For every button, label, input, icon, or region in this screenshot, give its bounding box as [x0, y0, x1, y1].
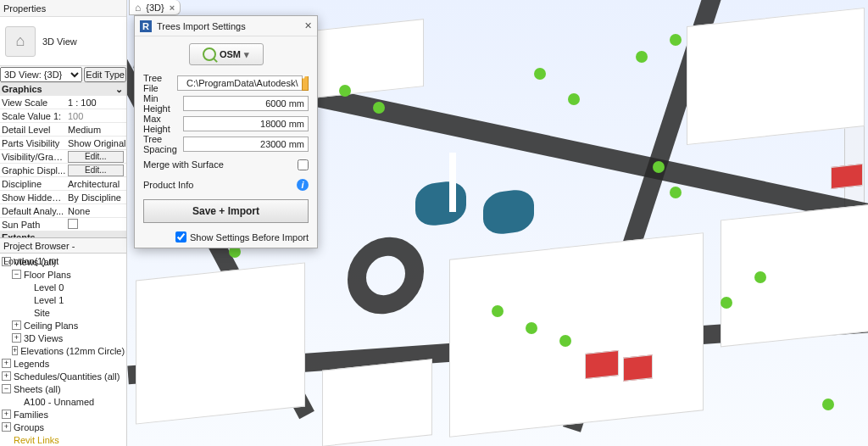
visibility-graphics-edit-button[interactable]: Edit... [68, 151, 124, 163]
sun-path-checkbox[interactable] [68, 219, 78, 229]
section-graphics[interactable]: Graphics⌄ [0, 83, 126, 96]
min-height-input[interactable] [183, 96, 309, 111]
expand-icon[interactable]: + [12, 333, 21, 343]
tree-revit-links[interactable]: Revit Links [14, 435, 59, 445]
revit-logo-icon: R [140, 20, 152, 32]
dialog-title: Trees Import Settings [157, 21, 246, 31]
prop-default-analysis-label: Default Analy... [0, 206, 66, 216]
save-import-button[interactable]: Save + Import [143, 199, 309, 223]
prop-scale-value-value: 100 [66, 111, 126, 121]
prop-parts-visibility-label: Parts Visibility [0, 138, 66, 148]
product-info-label: Product Info [143, 180, 226, 190]
merge-surface-label: Merge with Surface [143, 159, 226, 170]
prop-discipline-label: Discipline [0, 179, 66, 189]
expand-icon[interactable]: − [12, 270, 21, 279]
max-height-input[interactable] [183, 116, 309, 131]
info-icon[interactable]: i [297, 179, 309, 191]
tree-schedules[interactable]: Schedules/Quantities (all) [14, 371, 120, 382]
project-browser-title: Project Browser - London(1).rvt [0, 238, 126, 254]
prop-discipline-value[interactable]: Architectural [66, 179, 126, 189]
type-label: 3D View [42, 36, 77, 47]
tree-level-0[interactable]: Level 0 [34, 282, 64, 293]
tree-sheet-a100[interactable]: A100 - Unnamed [24, 397, 94, 407]
tree-file-label: Tree File [143, 73, 177, 93]
osm-label: OSM [220, 49, 241, 59]
expand-icon[interactable]: − [2, 384, 11, 393]
prop-show-hidden-value[interactable]: By Discipline [66, 192, 126, 203]
prop-sun-path-label: Sun Path [0, 220, 66, 230]
prop-visibility-graphics-label: Visibility/Grap... [0, 152, 66, 162]
chevron-down-icon: ▾ [244, 49, 249, 60]
tree-sheets[interactable]: Sheets (all) [14, 384, 61, 394]
properties-panel-title: Properties [0, 0, 126, 17]
expand-icon[interactable]: + [2, 359, 11, 368]
browse-folder-button[interactable] [302, 75, 309, 91]
tree-groups[interactable]: Groups [14, 422, 44, 432]
min-height-label: Min Height [143, 93, 183, 114]
tree-spacing-input[interactable] [183, 137, 309, 152]
prop-detail-level-value[interactable]: Medium [66, 125, 126, 135]
tree-ceiling-plans[interactable]: Ceiling Plans [24, 321, 78, 331]
max-height-label: Max Height [143, 114, 183, 134]
expand-icon[interactable]: + [2, 422, 11, 432]
tree-3d-views[interactable]: 3D Views [24, 333, 63, 343]
prop-graphic-display-label: Graphic Displ... [0, 165, 66, 176]
expand-icon[interactable]: + [2, 410, 11, 419]
edit-type-button[interactable]: Edit Type [84, 67, 126, 82]
3d-view-icon: ⌂ [5, 26, 36, 57]
view-instance-dropdown[interactable]: 3D View: {3D} [0, 67, 82, 82]
expand-icon[interactable]: + [12, 346, 18, 355]
expand-icon[interactable]: + [2, 371, 11, 381]
prop-show-hidden-label: Show Hidden ... [0, 192, 66, 203]
trees-import-settings-dialog: R Trees Import Settings ✕ OSM ▾ Tree Fil… [134, 15, 318, 248]
prop-view-scale-value[interactable]: 1 : 100 [66, 98, 126, 108]
tree-families[interactable]: Families [14, 410, 48, 420]
prop-detail-level-label: Detail Level [0, 125, 66, 135]
prop-default-analysis-value[interactable]: None [66, 206, 126, 216]
tree-site[interactable]: Site [34, 308, 50, 318]
prop-view-scale-label: View Scale [0, 98, 66, 108]
close-dialog-button[interactable]: ✕ [304, 20, 312, 31]
show-settings-label: Show Settings Before Import [190, 232, 309, 243]
properties-panel: Properties ⌂ 3D View 3D View: {3D} Edit … [0, 0, 127, 237]
type-selector[interactable]: ⌂ 3D View [0, 17, 126, 66]
prop-parts-visibility-value[interactable]: Show Original [66, 138, 126, 148]
tree-elevations[interactable]: Elevations (12mm Circle) [20, 346, 125, 356]
tree-file-input[interactable] [177, 75, 303, 91]
expand-icon[interactable]: + [12, 321, 21, 330]
tree-level-1[interactable]: Level 1 [34, 295, 64, 305]
project-browser-panel: Project Browser - London(1).rvt −Views (… [0, 237, 127, 446]
tree-spacing-label: Tree Spacing [143, 134, 183, 154]
magnifier-icon [203, 47, 216, 61]
expand-icon[interactable]: − [2, 257, 11, 266]
tree-floor-plans[interactable]: Floor Plans [24, 270, 71, 280]
tree-views-all[interactable]: Views (all) [14, 257, 57, 267]
tree-legends[interactable]: Legends [14, 359, 49, 369]
show-settings-checkbox[interactable] [175, 231, 186, 243]
prop-scale-value-label: Scale Value 1: [0, 111, 66, 121]
graphic-display-edit-button[interactable]: Edit... [68, 164, 124, 176]
osm-source-button[interactable]: OSM ▾ [189, 43, 264, 65]
merge-surface-checkbox[interactable] [298, 159, 309, 170]
